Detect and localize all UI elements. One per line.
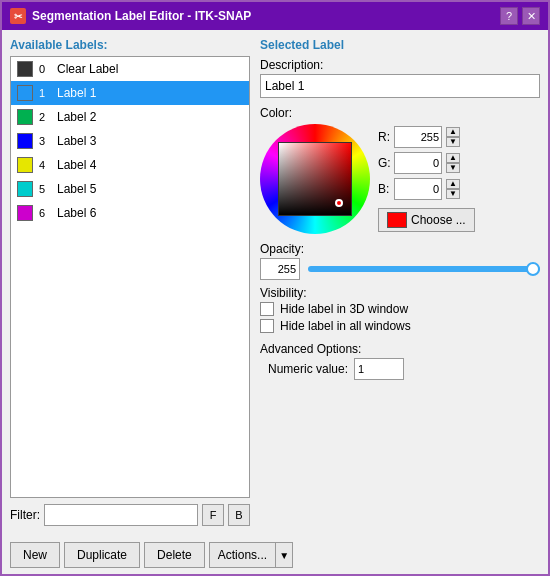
g-input[interactable] bbox=[394, 152, 442, 174]
choose-button[interactable]: Choose ... bbox=[378, 208, 475, 232]
label-name: Label 1 bbox=[57, 86, 96, 100]
label-name: Label 6 bbox=[57, 206, 96, 220]
opacity-row bbox=[260, 258, 540, 280]
label-number: 1 bbox=[39, 87, 51, 99]
left-panel: Available Labels: 0Clear Label1Label 12L… bbox=[10, 38, 250, 530]
label-color-box bbox=[17, 109, 33, 125]
main-window: ✂ Segmentation Label Editor - ITK-SNAP ?… bbox=[0, 0, 550, 576]
opacity-section: Opacity: bbox=[260, 242, 540, 280]
list-item[interactable]: 3Label 3 bbox=[11, 129, 249, 153]
title-bar: ✂ Segmentation Label Editor - ITK-SNAP ?… bbox=[2, 2, 548, 30]
close-button[interactable]: ✕ bbox=[522, 7, 540, 25]
label-color-box bbox=[17, 205, 33, 221]
label-list[interactable]: 0Clear Label1Label 12Label 23Label 34Lab… bbox=[10, 56, 250, 498]
g-spinner: ▲ ▼ bbox=[446, 153, 460, 173]
bottom-buttons: New Duplicate Delete Actions... ▼ bbox=[2, 538, 548, 574]
b-label: B: bbox=[378, 182, 390, 196]
color-section: Color: R: ▲ ▼ bbox=[260, 106, 540, 234]
numeric-row: Numeric value: bbox=[260, 358, 540, 380]
label-number: 2 bbox=[39, 111, 51, 123]
g-row: G: ▲ ▼ bbox=[378, 152, 475, 174]
filter-f-button[interactable]: F bbox=[202, 504, 224, 526]
r-row: R: ▲ ▼ bbox=[378, 126, 475, 148]
label-number: 0 bbox=[39, 63, 51, 75]
b-row: B: ▲ ▼ bbox=[378, 178, 475, 200]
color-square[interactable] bbox=[278, 142, 352, 216]
g-label: G: bbox=[378, 156, 390, 170]
available-labels-header: Available Labels: bbox=[10, 38, 250, 52]
label-number: 3 bbox=[39, 135, 51, 147]
duplicate-button[interactable]: Duplicate bbox=[64, 542, 140, 568]
label-number: 5 bbox=[39, 183, 51, 195]
label-number: 4 bbox=[39, 159, 51, 171]
hide-all-label: Hide label in all windows bbox=[280, 319, 411, 333]
choose-color-preview bbox=[387, 212, 407, 228]
label-color-box bbox=[17, 133, 33, 149]
label-name: Label 5 bbox=[57, 182, 96, 196]
g-up-button[interactable]: ▲ bbox=[446, 153, 460, 163]
opacity-input[interactable] bbox=[260, 258, 300, 280]
b-spinner: ▲ ▼ bbox=[446, 179, 460, 199]
choose-button-label: Choose ... bbox=[411, 213, 466, 227]
help-button[interactable]: ? bbox=[500, 7, 518, 25]
hide-all-checkbox[interactable] bbox=[260, 319, 274, 333]
numeric-label: Numeric value: bbox=[268, 362, 348, 376]
color-controls: R: ▲ ▼ G: ▲ ▼ bbox=[260, 124, 540, 234]
list-item[interactable]: 1Label 1 bbox=[11, 81, 249, 105]
advanced-label: Advanced Options: bbox=[260, 342, 540, 356]
label-number: 6 bbox=[39, 207, 51, 219]
label-color-box bbox=[17, 181, 33, 197]
advanced-section: Advanced Options: Numeric value: bbox=[260, 342, 540, 380]
filter-b-button[interactable]: B bbox=[228, 504, 250, 526]
hide-3d-label: Hide label in 3D window bbox=[280, 302, 408, 316]
app-icon: ✂ bbox=[10, 8, 26, 24]
delete-button[interactable]: Delete bbox=[144, 542, 205, 568]
label-color-box bbox=[17, 157, 33, 173]
hide-3d-checkbox[interactable] bbox=[260, 302, 274, 316]
opacity-label: Opacity: bbox=[260, 242, 540, 256]
actions-dropdown-button[interactable]: ▼ bbox=[275, 542, 293, 568]
r-up-button[interactable]: ▲ bbox=[446, 127, 460, 137]
opacity-slider[interactable] bbox=[308, 266, 540, 272]
selected-label-header: Selected Label bbox=[260, 38, 540, 52]
r-spinner: ▲ ▼ bbox=[446, 127, 460, 147]
b-down-button[interactable]: ▼ bbox=[446, 189, 460, 199]
list-item[interactable]: 0Clear Label bbox=[11, 57, 249, 81]
color-dot bbox=[335, 199, 343, 207]
filter-input[interactable] bbox=[44, 504, 198, 526]
visibility-section: Visibility: Hide label in 3D window Hide… bbox=[260, 286, 540, 336]
actions-main-button[interactable]: Actions... bbox=[209, 542, 275, 568]
main-content: Available Labels: 0Clear Label1Label 12L… bbox=[2, 30, 548, 538]
new-button[interactable]: New bbox=[10, 542, 60, 568]
r-input[interactable] bbox=[394, 126, 442, 148]
actions-button-group: Actions... ▼ bbox=[209, 542, 293, 568]
list-item[interactable]: 6Label 6 bbox=[11, 201, 249, 225]
list-item[interactable]: 4Label 4 bbox=[11, 153, 249, 177]
visibility-label: Visibility: bbox=[260, 286, 540, 300]
right-panel: Selected Label Description: Color: R: bbox=[260, 38, 540, 530]
hide-all-row: Hide label in all windows bbox=[260, 319, 540, 333]
b-input[interactable] bbox=[394, 178, 442, 200]
label-name: Label 3 bbox=[57, 134, 96, 148]
list-item[interactable]: 2Label 2 bbox=[11, 105, 249, 129]
g-down-button[interactable]: ▼ bbox=[446, 163, 460, 173]
numeric-input[interactable] bbox=[354, 358, 404, 380]
label-color-box bbox=[17, 61, 33, 77]
label-color-box bbox=[17, 85, 33, 101]
title-buttons: ? ✕ bbox=[500, 7, 540, 25]
filter-label: Filter: bbox=[10, 508, 40, 522]
filter-row: Filter: F B bbox=[10, 504, 250, 526]
description-input[interactable] bbox=[260, 74, 540, 98]
label-name: Clear Label bbox=[57, 62, 118, 76]
list-item[interactable]: 5Label 5 bbox=[11, 177, 249, 201]
title-bar-left: ✂ Segmentation Label Editor - ITK-SNAP bbox=[10, 8, 251, 24]
hide-3d-row: Hide label in 3D window bbox=[260, 302, 540, 316]
r-label: R: bbox=[378, 130, 390, 144]
r-down-button[interactable]: ▼ bbox=[446, 137, 460, 147]
color-label: Color: bbox=[260, 106, 540, 120]
description-label: Description: bbox=[260, 58, 540, 72]
b-up-button[interactable]: ▲ bbox=[446, 179, 460, 189]
window-title: Segmentation Label Editor - ITK-SNAP bbox=[32, 9, 251, 23]
color-wheel-container[interactable] bbox=[260, 124, 370, 234]
label-name: Label 4 bbox=[57, 158, 96, 172]
